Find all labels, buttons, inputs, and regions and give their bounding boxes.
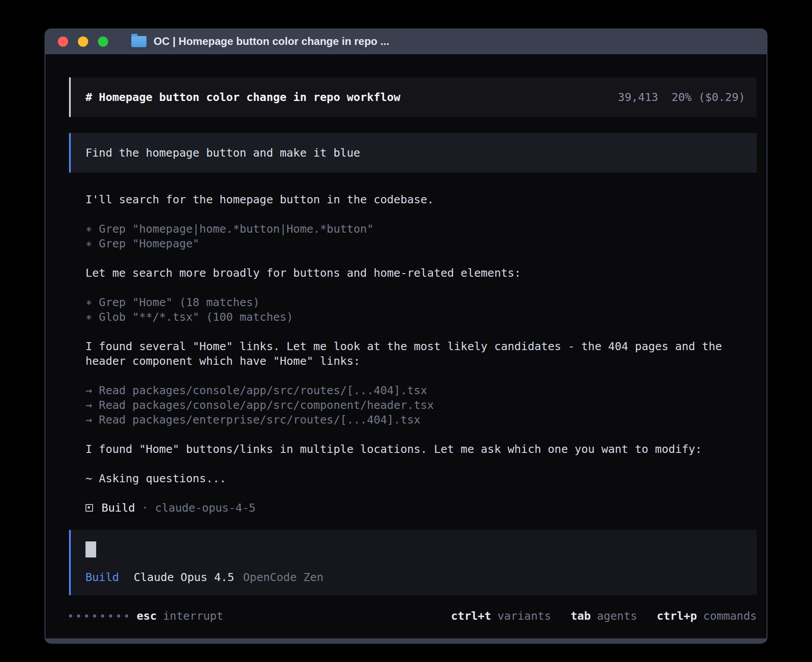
tool-call-read: → Read packages/enterprise/src/routes/[.… bbox=[85, 412, 757, 427]
zoom-button[interactable] bbox=[98, 36, 108, 47]
asking-questions-status: ~ Asking questions... bbox=[85, 471, 757, 486]
keyboard-hints: ctrl+t variants tab agents ctrl+p comman… bbox=[451, 609, 757, 623]
provider-label: OpenCode Zen bbox=[243, 570, 324, 585]
tool-call-grep: ∗ Grep "Homepage" bbox=[85, 236, 757, 251]
tool-call-read: → Read packages/console/app/src/routes/[… bbox=[85, 383, 757, 398]
text-cursor bbox=[85, 541, 96, 557]
variants-key: ctrl+t bbox=[451, 609, 491, 623]
session-header: # Homepage button color change in repo w… bbox=[69, 77, 757, 117]
session-title: # Homepage button color change in repo w… bbox=[85, 90, 400, 105]
user-message-block: Find the homepage button and make it blu… bbox=[69, 133, 757, 173]
assistant-message: Let me search more broadly for buttons a… bbox=[85, 266, 757, 280]
prompt-input[interactable]: Build Claude Opus 4.5 OpenCode Zen bbox=[69, 530, 757, 595]
tool-call-grep: ∗ Grep "Home" (18 matches) bbox=[85, 295, 757, 310]
input-meta-row: Build Claude Opus 4.5 OpenCode Zen bbox=[85, 570, 745, 585]
agent-model: claude-opus-4-5 bbox=[155, 501, 256, 515]
variants-label: variants bbox=[497, 609, 551, 623]
tool-call-glob: ∗ Glob "**/*.tsx" (100 matches) bbox=[85, 310, 757, 324]
user-message-text: Find the homepage button and make it blu… bbox=[85, 146, 360, 159]
hint-agents: tab agents bbox=[571, 609, 637, 623]
assistant-message: I found "Home" buttons/links in multiple… bbox=[85, 442, 757, 456]
hint-commands: ctrl+p commands bbox=[657, 609, 757, 623]
agent-separator: · bbox=[142, 501, 148, 515]
agents-label: agents bbox=[597, 609, 637, 623]
minimize-button[interactable] bbox=[78, 36, 88, 47]
model-label: Claude Opus 4.5 bbox=[134, 570, 234, 585]
agent-status-row: Build · claude-opus-4-5 bbox=[85, 501, 757, 515]
agent-name: Build bbox=[102, 501, 135, 515]
progress-dots bbox=[69, 614, 128, 618]
context-usage: 20% ($0.29) bbox=[671, 90, 745, 105]
agent-square-icon bbox=[85, 504, 93, 512]
assistant-message: I found several "Home" links. Let me loo… bbox=[85, 339, 757, 368]
esc-key-label: interrupt bbox=[163, 609, 223, 623]
commands-label: commands bbox=[703, 609, 757, 623]
tool-call-read: → Read packages/console/app/src/componen… bbox=[85, 398, 757, 412]
token-count: 39,413 bbox=[618, 90, 658, 105]
transcript: I'll search for the homepage button in t… bbox=[69, 192, 757, 515]
terminal-window: OC | Homepage button color change in rep… bbox=[45, 28, 767, 644]
terminal-content: # Homepage button color change in repo w… bbox=[45, 54, 767, 638]
tool-call-grep: ∗ Grep "homepage|home.*button|Home.*butt… bbox=[85, 222, 757, 236]
agent-mode-label: Build bbox=[85, 570, 119, 585]
agents-key: tab bbox=[571, 609, 591, 623]
commands-key: ctrl+p bbox=[657, 609, 697, 623]
close-button[interactable] bbox=[58, 36, 68, 47]
esc-key-hint: esc bbox=[137, 609, 157, 623]
titlebar[interactable]: OC | Homepage button color change in rep… bbox=[45, 28, 767, 54]
hint-variants: ctrl+t variants bbox=[451, 609, 551, 623]
status-bar: esc interrupt ctrl+t variants tab agents… bbox=[69, 609, 757, 623]
folder-icon bbox=[131, 36, 146, 47]
window-title: OC | Homepage button color change in rep… bbox=[154, 35, 389, 48]
assistant-message: I'll search for the homepage button in t… bbox=[85, 192, 757, 207]
session-stats: 39,413 20% ($0.29) bbox=[618, 90, 745, 105]
